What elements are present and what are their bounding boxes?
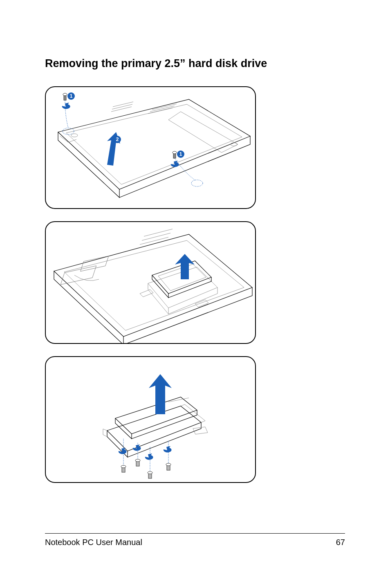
svg-point-2 (63, 128, 74, 135)
svg-rect-11 (61, 266, 96, 285)
step-panel-1: 1 1 2 (45, 86, 256, 209)
up-arrow-icon (149, 374, 172, 414)
step-panel-3 (45, 356, 256, 483)
svg-point-14 (121, 465, 126, 468)
screw-group (119, 439, 172, 478)
callout-2: 2 (116, 137, 119, 142)
svg-point-6 (191, 180, 203, 186)
callout-1a: 1 (70, 93, 73, 99)
page-footer: Notebook PC User Manual 67 (0, 533, 390, 547)
svg-point-1 (231, 143, 237, 146)
svg-point-18 (148, 471, 152, 474)
illustration-panels: 1 1 2 (45, 86, 345, 483)
svg-point-16 (135, 459, 140, 462)
footer-manual-title: Notebook PC User Manual (45, 538, 142, 547)
step-panel-2 (45, 221, 256, 344)
section-heading: Removing the primary 2.5” hard disk driv… (45, 57, 345, 70)
svg-point-4 (63, 93, 67, 96)
svg-point-8 (173, 151, 177, 154)
footer-page-number: 67 (336, 538, 345, 547)
svg-rect-12 (81, 256, 109, 272)
svg-point-0 (71, 134, 78, 137)
svg-point-20 (166, 463, 171, 466)
screw-icon (63, 93, 67, 100)
callout-1b: 1 (179, 151, 182, 157)
screw-icon (173, 151, 177, 158)
